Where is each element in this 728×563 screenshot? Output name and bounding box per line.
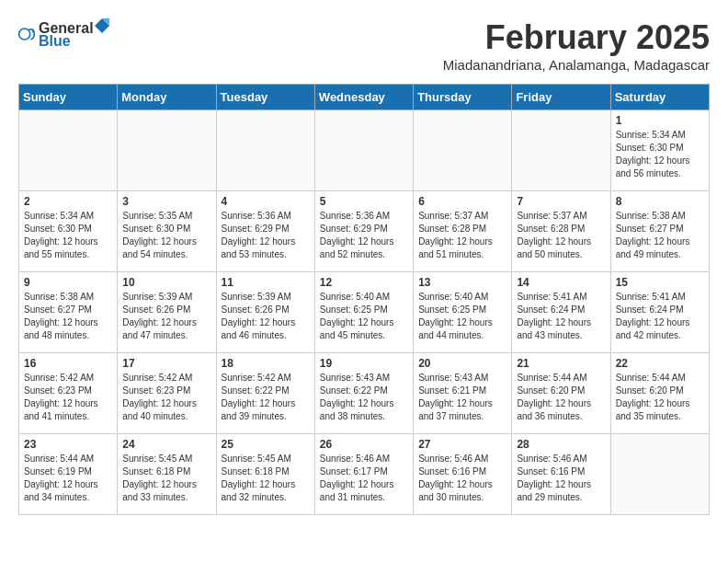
day-info: Sunrise: 5:43 AM Sunset: 6:21 PM Dayligh… (418, 372, 506, 423)
calendar-week-row: 23Sunrise: 5:44 AM Sunset: 6:19 PM Dayli… (19, 434, 710, 515)
day-number: 15 (616, 276, 704, 289)
day-number: 22 (616, 357, 704, 370)
table-row (610, 434, 709, 515)
day-number: 18 (222, 357, 310, 370)
table-row (414, 110, 512, 191)
day-number: 27 (418, 438, 506, 451)
day-info: Sunrise: 5:38 AM Sunset: 6:27 PM Dayligh… (616, 210, 704, 261)
day-info: Sunrise: 5:39 AM Sunset: 6:26 PM Dayligh… (122, 291, 210, 342)
table-row: 1Sunrise: 5:34 AM Sunset: 6:30 PM Daylig… (610, 110, 709, 191)
table-row: 9Sunrise: 5:38 AM Sunset: 6:27 PM Daylig… (19, 272, 118, 353)
table-row: 22Sunrise: 5:44 AM Sunset: 6:20 PM Dayli… (610, 353, 709, 434)
day-number: 23 (24, 438, 112, 451)
table-row: 20Sunrise: 5:43 AM Sunset: 6:21 PM Dayli… (414, 353, 512, 434)
day-number: 8 (616, 195, 704, 208)
day-info: Sunrise: 5:44 AM Sunset: 6:20 PM Dayligh… (517, 372, 605, 423)
table-row: 24Sunrise: 5:45 AM Sunset: 6:18 PM Dayli… (118, 434, 216, 515)
table-row (512, 110, 610, 191)
logo: General Blue (18, 18, 110, 50)
day-number: 6 (418, 195, 506, 208)
table-row: 16Sunrise: 5:42 AM Sunset: 6:23 PM Dayli… (19, 353, 118, 434)
table-row: 17Sunrise: 5:42 AM Sunset: 6:23 PM Dayli… (118, 353, 216, 434)
days-header-row: Sunday Monday Tuesday Wednesday Thursday… (19, 85, 710, 110)
day-number: 17 (122, 357, 210, 370)
header-saturday: Saturday (610, 85, 709, 110)
table-row: 2Sunrise: 5:34 AM Sunset: 6:30 PM Daylig… (19, 191, 118, 272)
svg-point-0 (19, 29, 30, 40)
table-row: 11Sunrise: 5:39 AM Sunset: 6:26 PM Dayli… (216, 272, 314, 353)
day-info: Sunrise: 5:46 AM Sunset: 6:16 PM Dayligh… (517, 453, 605, 504)
calendar-week-row: 2Sunrise: 5:34 AM Sunset: 6:30 PM Daylig… (19, 191, 710, 272)
day-number: 7 (517, 195, 605, 208)
day-number: 14 (517, 276, 605, 289)
table-row: 23Sunrise: 5:44 AM Sunset: 6:19 PM Dayli… (19, 434, 118, 515)
table-row: 5Sunrise: 5:36 AM Sunset: 6:29 PM Daylig… (314, 191, 413, 272)
table-row: 19Sunrise: 5:43 AM Sunset: 6:22 PM Dayli… (314, 353, 413, 434)
day-info: Sunrise: 5:40 AM Sunset: 6:25 PM Dayligh… (418, 291, 506, 342)
calendar-week-row: 9Sunrise: 5:38 AM Sunset: 6:27 PM Daylig… (19, 272, 710, 353)
day-info: Sunrise: 5:34 AM Sunset: 6:30 PM Dayligh… (616, 129, 704, 180)
table-row: 3Sunrise: 5:35 AM Sunset: 6:30 PM Daylig… (118, 191, 216, 272)
logo-arrow (95, 18, 109, 33)
day-info: Sunrise: 5:36 AM Sunset: 6:29 PM Dayligh… (320, 210, 408, 261)
header-thursday: Thursday (414, 85, 512, 110)
day-number: 5 (320, 195, 408, 208)
day-number: 4 (222, 195, 310, 208)
day-info: Sunrise: 5:43 AM Sunset: 6:22 PM Dayligh… (320, 372, 408, 423)
table-row: 18Sunrise: 5:42 AM Sunset: 6:22 PM Dayli… (216, 353, 314, 434)
day-number: 28 (517, 438, 605, 451)
table-row: 21Sunrise: 5:44 AM Sunset: 6:20 PM Dayli… (512, 353, 610, 434)
day-info: Sunrise: 5:40 AM Sunset: 6:25 PM Dayligh… (320, 291, 408, 342)
table-row: 14Sunrise: 5:41 AM Sunset: 6:24 PM Dayli… (512, 272, 610, 353)
header-wednesday: Wednesday (314, 85, 413, 110)
day-number: 2 (24, 195, 112, 208)
logo-icon (18, 25, 37, 43)
calendar-table: Sunday Monday Tuesday Wednesday Thursday… (18, 84, 710, 515)
day-info: Sunrise: 5:45 AM Sunset: 6:18 PM Dayligh… (222, 453, 310, 504)
day-number: 13 (418, 276, 506, 289)
day-info: Sunrise: 5:44 AM Sunset: 6:19 PM Dayligh… (24, 453, 112, 504)
table-row: 6Sunrise: 5:37 AM Sunset: 6:28 PM Daylig… (414, 191, 512, 272)
day-number: 20 (418, 357, 506, 370)
day-info: Sunrise: 5:45 AM Sunset: 6:18 PM Dayligh… (122, 453, 210, 504)
table-row (314, 110, 413, 191)
table-row: 10Sunrise: 5:39 AM Sunset: 6:26 PM Dayli… (118, 272, 216, 353)
day-number: 26 (320, 438, 408, 451)
table-row: 12Sunrise: 5:40 AM Sunset: 6:25 PM Dayli… (314, 272, 413, 353)
day-number: 16 (24, 357, 112, 370)
day-number: 21 (517, 357, 605, 370)
header-friday: Friday (512, 85, 610, 110)
table-row: 26Sunrise: 5:46 AM Sunset: 6:17 PM Dayli… (314, 434, 413, 515)
table-row: 27Sunrise: 5:46 AM Sunset: 6:16 PM Dayli… (414, 434, 512, 515)
day-number: 10 (122, 276, 210, 289)
day-info: Sunrise: 5:37 AM Sunset: 6:28 PM Dayligh… (517, 210, 605, 261)
day-number: 9 (24, 276, 112, 289)
day-info: Sunrise: 5:38 AM Sunset: 6:27 PM Dayligh… (24, 291, 112, 342)
table-row: 4Sunrise: 5:36 AM Sunset: 6:29 PM Daylig… (216, 191, 314, 272)
day-number: 1 (616, 114, 704, 127)
day-info: Sunrise: 5:36 AM Sunset: 6:29 PM Dayligh… (222, 210, 310, 261)
table-row: 28Sunrise: 5:46 AM Sunset: 6:16 PM Dayli… (512, 434, 610, 515)
header-monday: Monday (118, 85, 216, 110)
table-row: 13Sunrise: 5:40 AM Sunset: 6:25 PM Dayli… (414, 272, 512, 353)
day-number: 3 (122, 195, 210, 208)
day-info: Sunrise: 5:46 AM Sunset: 6:16 PM Dayligh… (418, 453, 506, 504)
calendar-week-row: 16Sunrise: 5:42 AM Sunset: 6:23 PM Dayli… (19, 353, 710, 434)
table-row: 25Sunrise: 5:45 AM Sunset: 6:18 PM Dayli… (216, 434, 314, 515)
day-info: Sunrise: 5:35 AM Sunset: 6:30 PM Dayligh… (122, 210, 210, 261)
month-year-title: February 2025 (443, 18, 710, 57)
header-tuesday: Tuesday (216, 85, 314, 110)
day-info: Sunrise: 5:39 AM Sunset: 6:26 PM Dayligh… (222, 291, 310, 342)
day-info: Sunrise: 5:42 AM Sunset: 6:23 PM Dayligh… (24, 372, 112, 423)
day-info: Sunrise: 5:42 AM Sunset: 6:23 PM Dayligh… (122, 372, 210, 423)
day-info: Sunrise: 5:46 AM Sunset: 6:17 PM Dayligh… (320, 453, 408, 504)
day-info: Sunrise: 5:44 AM Sunset: 6:20 PM Dayligh… (616, 372, 704, 423)
day-info: Sunrise: 5:42 AM Sunset: 6:22 PM Dayligh… (222, 372, 310, 423)
table-row: 8Sunrise: 5:38 AM Sunset: 6:27 PM Daylig… (610, 191, 709, 272)
day-number: 25 (222, 438, 310, 451)
location-subtitle: Miadanandriana, Analamanga, Madagascar (443, 57, 710, 73)
header-sunday: Sunday (19, 85, 118, 110)
table-row: 15Sunrise: 5:41 AM Sunset: 6:24 PM Dayli… (610, 272, 709, 353)
table-row (118, 110, 216, 191)
day-number: 19 (320, 357, 408, 370)
